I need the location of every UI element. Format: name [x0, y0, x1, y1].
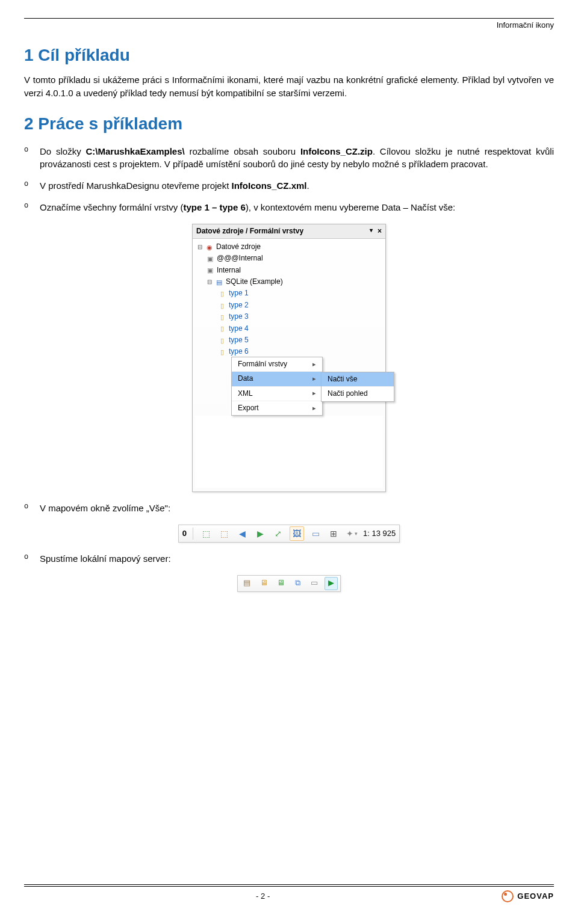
bullet-5-text: Spustíme lokální mapový server: — [40, 553, 171, 564]
layers-in-icon[interactable]: ⬚ — [199, 527, 213, 540]
blank-area — [195, 416, 383, 488]
chevron-right-icon: ▸ — [312, 360, 316, 369]
bullet-marker: o — [24, 145, 28, 155]
expander-icon[interactable]: ⊟ — [196, 244, 203, 251]
server-a-icon[interactable]: 🖥 — [257, 577, 270, 590]
tree-leaf-label: type 4 — [229, 324, 249, 334]
submenu-item[interactable]: Načti vše — [322, 372, 394, 386]
server-b-icon[interactable]: 🖥 — [274, 577, 287, 590]
expander-icon[interactable]: ⊟ — [206, 279, 213, 286]
brand-name: GEOVAP — [517, 891, 554, 902]
menu-label: Export — [238, 403, 259, 413]
tree-leaf-label: type 3 — [229, 312, 249, 322]
tree-label: Internal — [217, 265, 241, 276]
menu-label: Formální vrstvy — [238, 359, 287, 369]
logo-icon — [502, 890, 514, 902]
context-menu-item-data[interactable]: Data ▸ — [232, 371, 322, 386]
bullet-3-text: Označíme všechny formální vrstvy (type 1… — [40, 202, 455, 212]
footer-logo: GEOVAP — [502, 890, 554, 902]
chevron-right-icon: ▸ — [312, 389, 316, 398]
section1-heading: 1 Cíl příkladu — [24, 43, 554, 68]
toolbar-number: 0 — [182, 528, 187, 540]
new-icon[interactable]: ▤ — [240, 577, 253, 590]
bullet-2: o V prostředí MarushkaDesignu otevřeme p… — [40, 179, 554, 192]
file-icon: ▯ — [218, 301, 226, 310]
tree-leaf[interactable]: ▯ type 2 — [195, 300, 383, 311]
tree-label: SQLite (Example) — [226, 277, 283, 287]
bullet-marker: o — [24, 179, 28, 189]
tree-root[interactable]: ⊟ ◉ Datové zdroje — [195, 241, 383, 253]
submenu-label: Načti vše — [328, 374, 357, 384]
top-rule — [24, 18, 554, 19]
prev-icon[interactable]: ◀ — [235, 527, 249, 540]
file-icon: ▯ — [218, 289, 226, 298]
submenu-label: Načti pohled — [328, 389, 368, 399]
context-menu-item[interactable]: XML ▸ — [232, 386, 322, 401]
bullet-5: o Spustíme lokální mapový server: — [40, 552, 554, 565]
refresh-icon[interactable]: ⤢ — [272, 527, 285, 540]
minimize-icon[interactable]: ▾ — [370, 226, 373, 236]
globe-icon: ◉ — [205, 243, 214, 251]
footer-rule — [24, 884, 554, 887]
database-icon: ▤ — [215, 278, 223, 286]
page-number: - 2 - — [256, 891, 270, 902]
map-toolbar: 0 ⬚ ⬚ ◀ ▶ ⤢ 🖼 ▭ ⊞ ✦▾ 1: 13 925 — [178, 525, 400, 543]
chevron-right-icon: ▸ — [312, 374, 316, 384]
tree-leaf[interactable]: ▯ type 1 — [195, 288, 383, 299]
tree-leaf[interactable]: ▯ type 3 — [195, 311, 383, 322]
header-label: Informační ikony — [24, 20, 554, 31]
bullet-marker: o — [24, 201, 28, 211]
menu-label: Data — [238, 374, 253, 384]
tree-leaf[interactable]: ▯ type 5 — [195, 334, 383, 346]
menu-label: XML — [238, 389, 253, 399]
server-toolbar: ▤ 🖥 🖥 ⧉ ▭ ▶ — [237, 575, 341, 592]
file-icon: ▯ — [218, 336, 226, 345]
bullet-2-text: V prostředí MarushkaDesignu otevřeme pro… — [40, 180, 309, 191]
play-button[interactable]: ▶ — [325, 577, 338, 590]
bullet-1: o Do složky C:\MarushkaExamples\ rozbalí… — [40, 145, 554, 171]
tree-node-sqlite[interactable]: ⊟ ▤ SQLite (Example) — [195, 276, 383, 288]
tree-node-internal1[interactable]: ▣ @@@Internal — [195, 253, 383, 264]
separator — [193, 528, 193, 540]
next-icon[interactable]: ▶ — [253, 527, 267, 540]
chevron-right-icon: ▸ — [312, 404, 316, 413]
section1-paragraph: V tomto příkladu si ukážeme práci s Info… — [24, 73, 554, 100]
tree-leaf-label: type 2 — [229, 300, 249, 310]
bullet-1-text: Do složky C:\MarushkaExamples\ rozbalíme… — [40, 146, 554, 170]
layers-out-icon[interactable]: ⬚ — [217, 527, 231, 540]
bullet-4-text: V mapovém okně zvolíme „Vše": — [40, 503, 170, 513]
file-icon: ▯ — [218, 313, 226, 321]
tree-leaf[interactable]: ▯ type 4 — [195, 323, 383, 334]
tree-root-label: Datové zdroje — [216, 242, 261, 252]
tree-leaf-label: type 5 — [229, 335, 249, 345]
module-icon: ▣ — [206, 266, 214, 274]
image-all-icon[interactable]: 🖼 — [290, 526, 304, 541]
tree-panel-title: Datové zdroje / Formální vrstvy — [196, 226, 303, 236]
tree-leaf-label: type 6 — [229, 346, 249, 357]
footer: - 2 - GEOVAP — [24, 884, 554, 902]
bullet-marker: o — [24, 502, 28, 512]
tree-label: @@@Internal — [217, 253, 263, 263]
context-menu: Formální vrstvy ▸ Data ▸ XML ▸ Export ▸ — [231, 357, 323, 416]
file-icon: ▯ — [218, 324, 226, 333]
close-icon[interactable]: × — [378, 226, 382, 236]
tree-panel-title-bar: Datové zdroje / Formální vrstvy ▾ × — [193, 224, 385, 239]
submenu-item[interactable]: Načti pohled — [322, 386, 394, 401]
tree-panel: Datové zdroje / Formální vrstvy ▾ × ⊟ ◉ … — [192, 224, 386, 493]
file-icon: ▯ — [218, 348, 226, 356]
windows-icon[interactable]: ⧉ — [291, 577, 304, 590]
window-icon[interactable]: ▭ — [309, 527, 322, 540]
tree-node-internal2[interactable]: ▣ Internal — [195, 265, 383, 276]
tools-icon[interactable]: ✦▾ — [345, 527, 358, 540]
tree: ⊟ ◉ Datové zdroje ▣ @@@Internal ▣ Intern… — [193, 239, 385, 491]
bullet-4: o V mapovém okně zvolíme „Vše": — [40, 502, 554, 515]
bullet-marker: o — [24, 552, 28, 562]
grid-icon[interactable]: ⊞ — [327, 527, 340, 540]
browse-icon[interactable]: ▭ — [308, 577, 321, 590]
module-icon: ▣ — [206, 254, 214, 263]
context-menu-item[interactable]: Formální vrstvy ▸ — [232, 357, 322, 371]
tree-leaf-label: type 1 — [229, 288, 249, 298]
bullet-3: o Označíme všechny formální vrstvy (type… — [40, 201, 554, 214]
context-menu-item[interactable]: Export ▸ — [232, 401, 322, 415]
context-submenu: Načti vše Načti pohled — [321, 372, 394, 402]
